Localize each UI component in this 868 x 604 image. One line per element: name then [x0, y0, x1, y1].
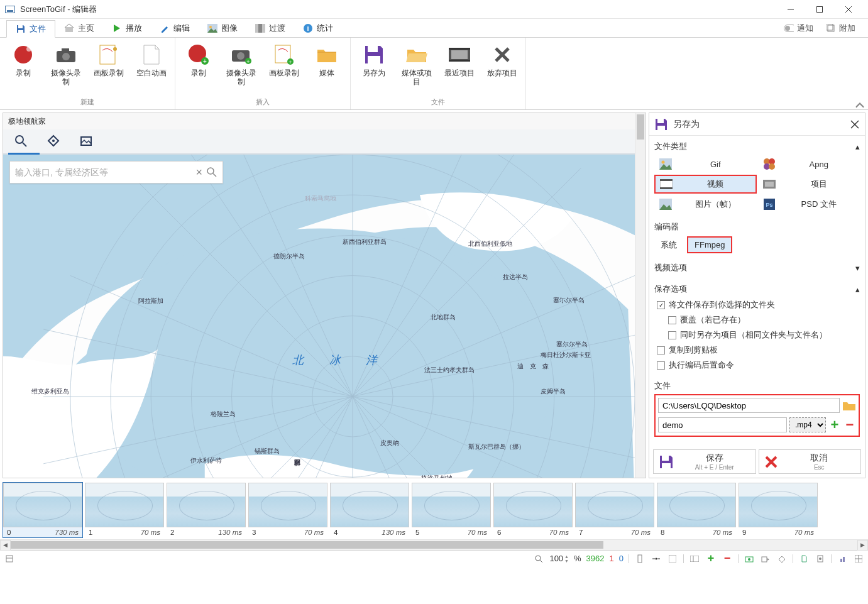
status-icon-2[interactable]: [651, 553, 662, 564]
filetype-gif[interactable]: Gif: [654, 155, 757, 173]
zoom-value[interactable]: 100▲▼: [549, 554, 569, 563]
record-button[interactable]: 录制: [5, 41, 41, 77]
preview-toolbar: [3, 129, 635, 155]
status-sel: 1: [610, 554, 614, 563]
scroll-left-icon[interactable]: ◀: [0, 540, 11, 551]
preview-header: 极地领航家: [3, 113, 635, 129]
add-button[interactable]: +: [828, 417, 841, 433]
insert-record-button[interactable]: +录制: [180, 41, 217, 77]
status-icon-10[interactable]: [798, 553, 810, 564]
saveas-button[interactable]: 另存为: [356, 41, 392, 77]
project-icon: [762, 177, 776, 191]
minimize-button[interactable]: [776, 0, 805, 19]
frame-item[interactable]: 4 130 ms: [329, 482, 410, 538]
status-icon-4[interactable]: [689, 553, 700, 564]
close-button[interactable]: [834, 0, 863, 19]
preview-vscroll[interactable]: [635, 113, 646, 478]
browse-button[interactable]: [842, 400, 856, 411]
insert-media-button[interactable]: 媒体: [309, 41, 345, 77]
encoder-system[interactable]: 系统: [654, 237, 683, 253]
chk-overwrite[interactable]: 覆盖（若已存在）: [654, 312, 860, 327]
frame-duration: 730 ms: [55, 529, 79, 536]
ext-select[interactable]: .mp4: [789, 417, 826, 432]
chk-clipboard[interactable]: 复制到剪贴板: [654, 343, 860, 358]
notify-button[interactable]: 通知: [777, 23, 820, 34]
filetype-image[interactable]: 图片（帧）: [654, 195, 757, 214]
encoder-ffmpeg[interactable]: FFmpeg: [687, 236, 732, 253]
psd-icon: Ps: [762, 197, 776, 211]
save-button[interactable]: 保存Alt + E / Enter: [653, 449, 756, 474]
frame-item[interactable]: 6 70 ms: [493, 482, 573, 538]
chk-save-folder[interactable]: ✓将文件保存到你选择的文件夹: [654, 297, 860, 312]
close-panel-button[interactable]: [850, 119, 860, 129]
filetype-apng[interactable]: Apng: [758, 155, 860, 173]
discard-button[interactable]: 放弃项目: [484, 41, 520, 77]
svg-rect-87: [662, 456, 669, 461]
tab-transition[interactable]: 过渡: [246, 19, 294, 37]
chk-post-cmd[interactable]: 执行编码后置命令: [654, 358, 860, 373]
board-record-button[interactable]: 画板录制: [91, 41, 127, 77]
status-icon-3[interactable]: [667, 553, 678, 564]
frame-item[interactable]: 2 130 ms: [166, 482, 246, 538]
search-input[interactable]: [15, 167, 192, 177]
insert-camera-button[interactable]: +摄像头录制: [223, 41, 260, 87]
svg-rect-95: [638, 555, 642, 563]
scroll-right-icon[interactable]: ▶: [857, 540, 868, 551]
filename-input[interactable]: [658, 417, 787, 432]
maximize-button[interactable]: [805, 0, 834, 19]
tab-play[interactable]: 播放: [103, 19, 151, 37]
frame-item[interactable]: 3 70 ms: [248, 482, 328, 538]
status-add-icon[interactable]: +: [705, 553, 717, 564]
tab-home[interactable]: 主页: [55, 19, 103, 37]
attach-button[interactable]: 附加: [820, 23, 862, 34]
frame-item[interactable]: 5 70 ms: [411, 482, 492, 538]
zoom-icon[interactable]: [533, 553, 544, 564]
photo-icon[interactable]: [80, 135, 94, 148]
config-icon[interactable]: [4, 553, 15, 564]
cancel-button[interactable]: 取消Esc: [759, 449, 862, 474]
filetype-psd[interactable]: PsPSD 文件: [758, 195, 860, 214]
filetype-header[interactable]: 文件类型▴: [654, 138, 860, 155]
status-icon-9[interactable]: [776, 553, 788, 564]
frames-hscroll[interactable]: ◀ ▶: [0, 539, 868, 550]
videoopts-header[interactable]: 视频选项▾: [654, 260, 860, 276]
svg-rect-88: [662, 463, 671, 468]
recent-project-button[interactable]: 最近项目: [441, 41, 478, 77]
remove-button[interactable]: −: [843, 417, 856, 433]
chk-save-project[interactable]: 同时另存为项目（相同文件夹与文件名）: [654, 327, 860, 343]
tab-image[interactable]: 图像: [199, 19, 246, 37]
search-icon[interactable]: [14, 135, 28, 148]
path-input[interactable]: [658, 398, 840, 413]
frame-item[interactable]: 7 70 ms: [574, 482, 655, 538]
status-icon-8[interactable]: [760, 553, 771, 564]
frame-item[interactable]: 9 70 ms: [738, 482, 818, 538]
svg-point-98: [656, 557, 657, 559]
status-icon-12[interactable]: [837, 553, 848, 564]
frame-item[interactable]: 0 730 ms: [3, 482, 83, 538]
tab-edit[interactable]: 编辑: [151, 19, 199, 37]
svg-rect-108: [843, 557, 845, 562]
filetype-project[interactable]: 项目: [758, 175, 860, 194]
saveopts-header[interactable]: 保存选项▴: [654, 281, 860, 297]
status-icon-11[interactable]: [815, 553, 826, 564]
media-project-button[interactable]: 媒体或项目: [398, 41, 435, 87]
tab-stats[interactable]: i统计: [294, 19, 342, 37]
blank-button[interactable]: 空白动画: [133, 41, 170, 77]
ribbon-collapse-icon[interactable]: [855, 102, 864, 108]
map-canvas[interactable]: 北 冰 洋 科索马烏地 新西伯利亚群岛 北西伯利亚低地 德朗尔半岛 拉达半岛 塞…: [3, 155, 635, 478]
search-icon[interactable]: [206, 167, 217, 178]
status-icon-1[interactable]: [634, 553, 646, 564]
clear-icon[interactable]: ×: [195, 166, 202, 179]
status-icon-13[interactable]: [853, 553, 864, 564]
frame-item[interactable]: 8 70 ms: [656, 482, 737, 538]
filetype-video[interactable]: 视频: [654, 175, 757, 194]
camera-record-button[interactable]: 摄像头录制: [48, 41, 84, 87]
status-remove-icon[interactable]: −: [722, 553, 733, 564]
camera-add-icon: +: [230, 43, 253, 66]
status-icon-7[interactable]: [744, 553, 755, 564]
svg-rect-100: [690, 556, 699, 562]
insert-board-button[interactable]: +画板录制: [266, 41, 302, 77]
frame-item[interactable]: 1 70 ms: [84, 482, 165, 538]
tab-file[interactable]: 文件: [6, 20, 55, 38]
diamond-icon[interactable]: [47, 135, 61, 148]
